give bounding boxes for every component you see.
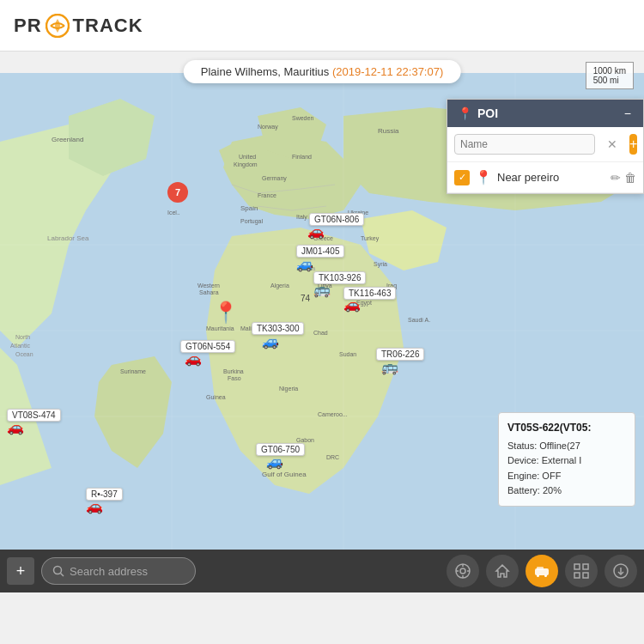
map-container[interactable]: Labrador Sea North Atlantic Ocean Greenl… bbox=[0, 52, 644, 592]
vehicle-icon-tk103926: 🚌 bbox=[313, 282, 331, 298]
poi-header-left: 📍 POI bbox=[458, 106, 498, 120]
vehicle-icon-r397: 🚗 bbox=[86, 498, 103, 514]
popup-status: Status: Offline(27 bbox=[507, 439, 626, 454]
svg-text:Saudi A.: Saudi A. bbox=[408, 317, 430, 323]
poi-search-input[interactable] bbox=[454, 134, 595, 155]
svg-point-55 bbox=[460, 568, 465, 574]
vehicle-icon-vt08s474: 🚗 bbox=[7, 419, 24, 435]
svg-text:Suriname: Suriname bbox=[120, 368, 146, 374]
svg-text:Mauritania: Mauritania bbox=[206, 325, 234, 331]
svg-text:Algeria: Algeria bbox=[270, 283, 289, 289]
poi-header: 📍 POI − bbox=[447, 100, 643, 127]
poi-edit-btn[interactable]: ✏ bbox=[611, 171, 621, 185]
poi-pin-icon: 📍 bbox=[475, 169, 492, 185]
vehicle-icon-tk303300: 🚙 bbox=[262, 333, 279, 349]
search-bar[interactable]: Search address bbox=[41, 557, 196, 585]
popup-engine: Engine: OFF bbox=[507, 469, 626, 484]
svg-text:Western: Western bbox=[197, 283, 220, 289]
poi-clear-btn[interactable]: ✕ bbox=[600, 132, 624, 156]
poi-item-actions[interactable]: ✏ 🗑 bbox=[611, 171, 636, 185]
svg-text:Italy: Italy bbox=[296, 214, 307, 221]
vehicle-icon-tr06226: 🚌 bbox=[381, 359, 398, 375]
poi-panel: 📍 POI − ✕ + ✓ 📍 Near pereiro ✏ 🗑 bbox=[447, 99, 644, 194]
svg-text:Gulf of Guinea: Gulf of Guinea bbox=[262, 471, 307, 478]
download-toolbar-btn[interactable] bbox=[605, 555, 637, 587]
svg-text:Atlantic: Atlantic bbox=[10, 343, 30, 349]
location-bar: Plaine Wilhems, Mauritius (2019-12-11 22… bbox=[184, 60, 461, 83]
poi-item-name: Near pereiro bbox=[497, 171, 605, 184]
vehicle-icon-tk116463: 🚗 bbox=[343, 296, 361, 313]
logo: PR TRACK bbox=[14, 14, 143, 38]
svg-text:Sudan: Sudan bbox=[339, 351, 356, 357]
popup-device: Device: External I bbox=[507, 453, 626, 469]
scale-line2: 500 mi bbox=[593, 76, 626, 85]
poi-delete-btn[interactable]: 🗑 bbox=[624, 171, 636, 185]
svg-point-63 bbox=[544, 574, 547, 577]
svg-text:DRC: DRC bbox=[326, 454, 339, 460]
svg-text:United: United bbox=[239, 154, 256, 160]
svg-text:Norway: Norway bbox=[258, 124, 278, 131]
svg-text:Cameroo...: Cameroo... bbox=[318, 411, 348, 417]
svg-text:Nigeria: Nigeria bbox=[279, 386, 298, 392]
vehicle-icon-gt06n806: 🚗 bbox=[307, 223, 325, 240]
poi-checkbox[interactable]: ✓ bbox=[454, 170, 470, 185]
app-header: PR TRACK bbox=[0, 0, 644, 52]
svg-text:Sahara: Sahara bbox=[199, 289, 219, 295]
svg-rect-67 bbox=[583, 573, 588, 578]
logo-icon bbox=[46, 14, 70, 38]
bottom-toolbar: + Search address bbox=[0, 550, 644, 592]
logo-text-2: TRACK bbox=[73, 15, 143, 37]
svg-text:Turkey: Turkey bbox=[361, 235, 380, 242]
svg-text:Syria: Syria bbox=[374, 261, 387, 268]
svg-text:Labrador Sea: Labrador Sea bbox=[47, 234, 89, 242]
location-icon bbox=[454, 562, 471, 580]
download-icon bbox=[612, 562, 629, 580]
svg-text:Icel..: Icel.. bbox=[167, 210, 180, 216]
svg-text:North: North bbox=[15, 334, 30, 340]
svg-text:Russia: Russia bbox=[378, 127, 399, 135]
svg-rect-65 bbox=[583, 564, 588, 569]
svg-text:Greenland: Greenland bbox=[52, 136, 83, 143]
svg-text:Kingdom: Kingdom bbox=[234, 161, 258, 168]
location-toolbar-btn[interactable] bbox=[447, 555, 479, 587]
svg-point-52 bbox=[54, 567, 62, 574]
svg-rect-64 bbox=[574, 564, 580, 569]
popup-title: VT05S-622(VT05: bbox=[507, 420, 626, 436]
home-toolbar-btn[interactable] bbox=[486, 555, 519, 587]
svg-rect-61 bbox=[537, 567, 544, 570]
svg-text:France: France bbox=[258, 192, 276, 198]
poi-title: POI bbox=[477, 106, 498, 120]
scale-bar: 1000 km 500 mi bbox=[586, 62, 634, 89]
poi-add-btn[interactable]: + bbox=[629, 134, 637, 155]
poi-location-icon: 📍 bbox=[458, 106, 472, 120]
poi-item-row: ✓ 📍 Near pereiro ✏ 🗑 bbox=[447, 162, 643, 193]
vehicles-icon bbox=[533, 562, 550, 580]
svg-text:Mali: Mali bbox=[240, 325, 252, 331]
svg-text:Chad: Chad bbox=[313, 330, 328, 336]
scale-line1: 1000 km bbox=[593, 66, 626, 76]
svg-text:Guinea: Guinea bbox=[206, 394, 226, 400]
poi-header-right[interactable]: − bbox=[623, 106, 633, 120]
svg-text:Gabon: Gabon bbox=[296, 437, 314, 443]
home-icon bbox=[494, 562, 511, 580]
vehicle-icon-jm01405: 🚙 bbox=[296, 256, 313, 272]
svg-line-53 bbox=[61, 574, 64, 577]
grid-icon bbox=[574, 563, 589, 579]
svg-point-62 bbox=[537, 574, 539, 577]
search-placeholder: Search address bbox=[70, 565, 148, 578]
vehicle-icon-gt06750: 🚙 bbox=[266, 453, 283, 470]
svg-text:Faso: Faso bbox=[228, 375, 241, 381]
location-place: Plaine Wilhems, Mauritius bbox=[201, 65, 330, 78]
grid-toolbar-btn[interactable] bbox=[565, 555, 598, 587]
svg-rect-66 bbox=[574, 573, 580, 578]
poi-minimize-btn[interactable]: − bbox=[623, 106, 633, 120]
vehicles-toolbar-btn[interactable] bbox=[526, 555, 558, 587]
svg-text:Spain: Spain bbox=[240, 204, 258, 212]
poi-search-row: ✕ + bbox=[447, 127, 643, 162]
zoom-in-btn[interactable]: + bbox=[7, 557, 34, 585]
label-74: 74 bbox=[301, 294, 310, 303]
svg-text:Sweden: Sweden bbox=[292, 115, 313, 121]
svg-text:Ocean: Ocean bbox=[15, 351, 33, 357]
search-icon bbox=[52, 565, 64, 577]
cluster-badge[interactable]: 7 bbox=[167, 182, 188, 203]
